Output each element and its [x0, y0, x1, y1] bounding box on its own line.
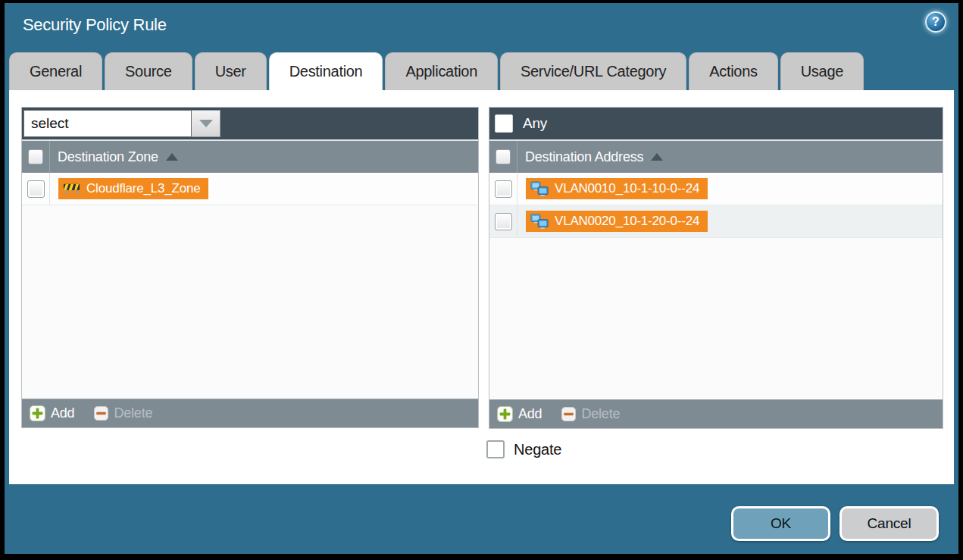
zone-list: Cloudflare_L3_Zone: [22, 173, 478, 399]
address-chip[interactable]: VLAN0020_10-1-20-0--24: [526, 211, 708, 232]
any-checkbox[interactable]: [495, 114, 513, 133]
address-panel-footer: Add Delete: [489, 399, 943, 428]
address-chip-label: VLAN0020_10-1-20-0--24: [555, 214, 699, 229]
address-select-all-checkbox[interactable]: [496, 149, 511, 164]
tab-application[interactable]: Application: [385, 52, 498, 90]
destination-zone-panel: Destination Zone: [21, 107, 479, 428]
address-row-checkbox[interactable]: [495, 180, 512, 198]
tab-bar: General Source User Destination Applicat…: [9, 52, 864, 90]
chevron-down-icon: [199, 120, 213, 127]
screenshot-root: Security Policy Rule ? General Source Us…: [0, 0, 963, 560]
zone-chip-label: Cloudflare_L3_Zone: [86, 181, 200, 196]
address-column-header-row: Destination Address: [489, 139, 943, 173]
help-icon[interactable]: ?: [925, 11, 946, 33]
tab-actions[interactable]: Actions: [689, 52, 778, 90]
sort-ascending-icon[interactable]: [166, 153, 178, 161]
any-label: Any: [523, 115, 547, 132]
cancel-button[interactable]: Cancel: [839, 506, 939, 541]
dialog-title: Security Policy Rule: [23, 15, 167, 35]
zone-barricade-icon: [63, 182, 80, 196]
minus-icon: [94, 406, 108, 421]
table-row[interactable]: VLAN0020_10-1-20-0--24: [489, 205, 943, 238]
destination-address-panel: Any Destination Address: [489, 107, 943, 429]
negate-option: Negate: [486, 440, 561, 458]
tab-destination[interactable]: Destination: [269, 52, 383, 90]
tab-general[interactable]: General: [9, 52, 102, 90]
address-panel-toolbar: Any: [489, 108, 943, 139]
network-address-icon: [530, 214, 549, 230]
negate-label: Negate: [514, 441, 561, 458]
address-list: VLAN0010_10-1-10-0--24: [489, 173, 943, 399]
address-add-button[interactable]: Add: [497, 406, 542, 422]
address-column-header[interactable]: Destination Address: [525, 149, 643, 165]
plus-icon: [30, 405, 45, 421]
negate-checkbox[interactable]: [486, 440, 505, 458]
address-chip-label: VLAN0010_10-1-10-0--24: [555, 181, 699, 196]
zone-row-checkbox[interactable]: [27, 180, 45, 198]
security-policy-rule-dialog: Security Policy Rule ? General Source Us…: [5, 3, 958, 554]
ok-button[interactable]: OK: [731, 506, 830, 541]
zone-delete-button[interactable]: Delete: [94, 405, 152, 421]
minus-icon: [561, 407, 576, 421]
tab-usage[interactable]: Usage: [780, 52, 864, 90]
tab-user[interactable]: User: [195, 52, 267, 90]
tab-service-url-category[interactable]: Service/URL Category: [500, 52, 686, 90]
address-chip[interactable]: VLAN0010_10-1-10-0--24: [526, 178, 708, 199]
address-delete-button[interactable]: Delete: [561, 406, 620, 422]
zone-panel-toolbar: [22, 108, 478, 139]
zone-add-button[interactable]: Add: [30, 405, 74, 421]
zone-select-dropdown-button[interactable]: [192, 110, 220, 137]
zone-select-input[interactable]: [23, 110, 192, 137]
network-address-icon: [530, 181, 549, 197]
zone-panel-footer: Add Delete: [22, 399, 478, 427]
sort-ascending-icon[interactable]: [651, 153, 663, 161]
zone-chip[interactable]: Cloudflare_L3_Zone: [58, 178, 208, 199]
table-row[interactable]: Cloudflare_L3_Zone: [22, 173, 478, 205]
destination-tab-content: Destination Zone: [9, 90, 954, 484]
zone-column-header[interactable]: Destination Zone: [58, 149, 158, 165]
zone-column-header-row: Destination Zone: [22, 139, 478, 173]
address-row-checkbox[interactable]: [495, 213, 512, 230]
plus-icon: [497, 406, 513, 422]
zone-select-all-checkbox[interactable]: [28, 149, 43, 164]
table-row[interactable]: VLAN0010_10-1-10-0--24: [489, 173, 943, 205]
tab-source[interactable]: Source: [105, 52, 192, 90]
